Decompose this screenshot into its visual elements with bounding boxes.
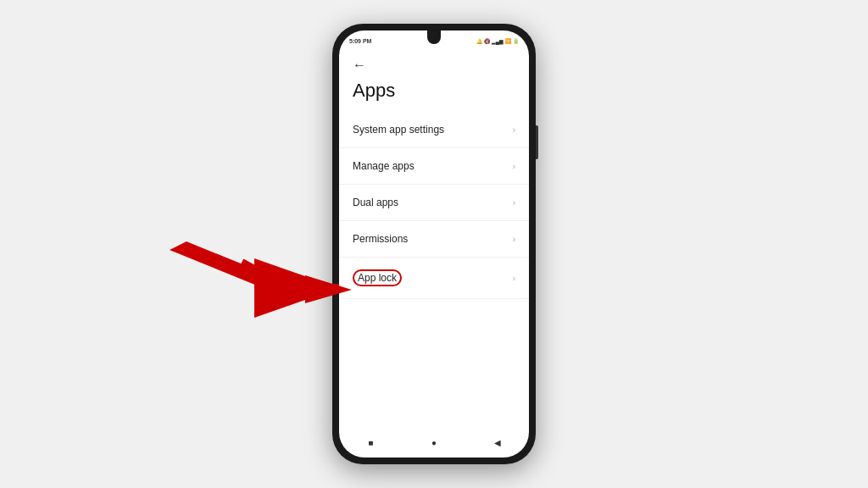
notification-icons: 🔔 🔇 [476, 38, 490, 44]
app-lock-circle-highlight: App lock [353, 269, 402, 286]
menu-item-app-lock[interactable]: App lock › [339, 258, 529, 299]
chevron-icon-manage-apps: › [513, 162, 515, 171]
nav-square-button[interactable]: ■ [364, 435, 377, 449]
menu-label-permissions: Permissions [353, 233, 408, 245]
menu-label-manage-apps: Manage apps [353, 160, 415, 172]
phone-screen: 5:09 PM 🔔 🔇 ▂▄▆ 🛜 🔋 ← Apps Syste [339, 30, 529, 458]
menu-item-permissions[interactable]: Permissions › [339, 221, 529, 258]
chevron-icon-app-lock: › [513, 274, 515, 283]
battery-icon: 🔋 [513, 38, 519, 44]
status-time: 5:09 PM [349, 38, 371, 44]
page-title: Apps [339, 76, 529, 112]
menu-item-manage-apps[interactable]: Manage apps › [339, 148, 529, 185]
nav-bar: ■ ● ◀ [339, 429, 529, 458]
chevron-icon-permissions: › [513, 235, 515, 244]
volume-button [536, 125, 538, 159]
wifi-icon: 🛜 [505, 38, 511, 44]
status-icons: 🔔 🔇 ▂▄▆ 🛜 🔋 [476, 38, 519, 44]
signal-icon: ▂▄▆ [492, 38, 504, 44]
nav-triangle-button[interactable]: ◀ [491, 435, 504, 449]
chevron-icon-dual-apps: › [513, 198, 515, 208]
svg-marker-2 [170, 241, 305, 298]
chevron-icon-system-app: › [513, 125, 515, 135]
nav-circle-button[interactable]: ● [427, 435, 441, 449]
screen-content: ← Apps System app settings › Manage apps… [339, 49, 529, 429]
menu-label-app-lock: App lock [353, 269, 402, 286]
menu-label-dual-apps: Dual apps [353, 197, 398, 208]
menu-item-system-app-settings[interactable]: System app settings › [339, 112, 529, 148]
menu-label-system-app-settings: System app settings [353, 124, 444, 136]
back-arrow-icon: ← [353, 58, 366, 72]
notch [427, 30, 441, 44]
back-button[interactable]: ← [339, 49, 529, 76]
page-background: 5:09 PM 🔔 🔇 ▂▄▆ 🛜 🔋 ← Apps Syste [0, 0, 868, 488]
menu-item-dual-apps[interactable]: Dual apps › [339, 185, 529, 221]
phone-frame: 5:09 PM 🔔 🔇 ▂▄▆ 🛜 🔋 ← Apps Syste [332, 24, 536, 464]
